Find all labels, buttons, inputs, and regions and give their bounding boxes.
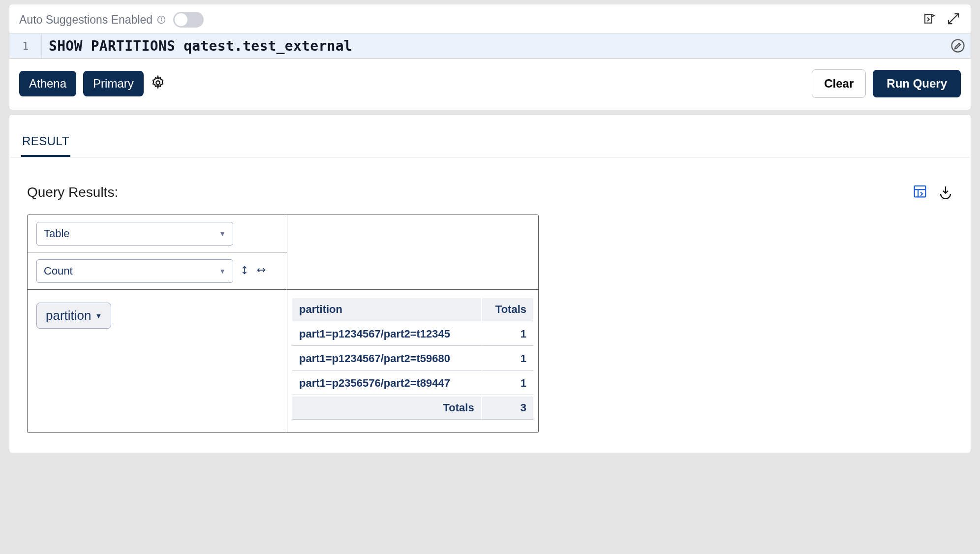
cell-count: 1 <box>482 323 533 346</box>
edit-query-icon[interactable] <box>945 33 971 58</box>
groupby-chip-label: partition <box>46 308 92 323</box>
pivot-view-icon[interactable] <box>913 184 927 201</box>
svg-point-4 <box>156 81 160 85</box>
agg-select[interactable]: Count ▼ <box>36 259 233 283</box>
cell-count: 1 <box>482 372 533 395</box>
settings-icon[interactable] <box>151 75 165 92</box>
view-select-value: Table <box>44 227 70 240</box>
svg-rect-5 <box>915 186 926 197</box>
pivot-columns-dropzone[interactable] <box>287 215 538 290</box>
tab-result[interactable]: RESULT <box>21 127 70 157</box>
code-editor[interactable]: 1 SHOW PARTITIONS qatest.test_external <box>9 33 971 59</box>
chevron-down-icon: ▼ <box>219 230 226 238</box>
pivot-right: partition Totals part1=p1234567/part2=t1… <box>287 215 538 432</box>
results-header: Query Results: <box>27 184 953 201</box>
svg-point-3 <box>952 40 964 52</box>
footer-total: 3 <box>482 397 533 420</box>
open-editor-icon[interactable] <box>922 11 937 28</box>
footer-label: Totals <box>292 397 482 420</box>
query-panel: Auto Suggestions Enabled 1 SHOW PARTITIO… <box>9 4 971 110</box>
chevron-down-icon: ▼ <box>219 267 226 275</box>
line-number: 1 <box>9 33 42 58</box>
results-table: partition Totals part1=p1234567/part2=t1… <box>292 297 533 421</box>
vertical-swap-icon[interactable] <box>239 265 250 277</box>
info-icon[interactable] <box>156 15 166 25</box>
results-action-icons <box>913 184 953 201</box>
view-select-row: Table ▼ <box>28 215 287 252</box>
results-panel: RESULT Query Results: Table ▼ <box>9 114 971 453</box>
cell-partition: part1=p2356576/part2=t89447 <box>292 372 482 395</box>
workgroup-chip[interactable]: Primary <box>83 71 144 96</box>
col-totals[interactable]: Totals <box>482 298 533 321</box>
horizontal-swap-icon[interactable] <box>256 265 267 277</box>
pivot-config-left: Table ▼ Count ▼ <box>28 215 287 432</box>
col-partition[interactable]: partition <box>292 298 482 321</box>
editor-action-icons <box>922 11 961 28</box>
table-row: part1=p2356576/part2=t89447 1 <box>292 372 533 395</box>
groupby-row: partition ▼ <box>28 290 287 432</box>
groupby-chip[interactable]: partition ▼ <box>36 303 111 329</box>
table-footer-row: Totals 3 <box>292 397 533 420</box>
pivot-data: partition Totals part1=p1234567/part2=t1… <box>287 290 538 432</box>
auto-suggestions-toggle[interactable] <box>173 12 204 28</box>
download-icon[interactable] <box>938 184 953 201</box>
controls-row: Athena Primary Clear Run Query <box>19 69 961 98</box>
results-title: Query Results: <box>27 185 118 200</box>
cell-partition: part1=p1234567/part2=t12345 <box>292 323 482 346</box>
engine-chip[interactable]: Athena <box>19 71 76 96</box>
result-tabs: RESULT <box>10 126 970 157</box>
table-header-row: partition Totals <box>292 298 533 321</box>
run-query-button[interactable]: Run Query <box>873 70 961 97</box>
table-row: part1=p1234567/part2=t12345 1 <box>292 323 533 346</box>
results-wrap: Query Results: Table ▼ <box>10 157 970 433</box>
cell-partition: part1=p1234567/part2=t59680 <box>292 347 482 370</box>
clear-button[interactable]: Clear <box>812 69 866 98</box>
view-select[interactable]: Table ▼ <box>36 222 233 246</box>
auto-suggestions-row: Auto Suggestions Enabled <box>19 11 961 28</box>
svg-point-2 <box>161 18 161 18</box>
auto-suggestions-label: Auto Suggestions Enabled <box>19 13 153 27</box>
pivot-container: Table ▼ Count ▼ <box>27 215 539 433</box>
cell-count: 1 <box>482 347 533 370</box>
agg-select-row: Count ▼ <box>28 252 287 290</box>
expand-icon[interactable] <box>946 11 961 28</box>
query-text[interactable]: SHOW PARTITIONS qatest.test_external <box>42 33 945 58</box>
agg-select-value: Count <box>44 265 73 277</box>
triangle-down-icon: ▼ <box>95 312 102 320</box>
table-row: part1=p1234567/part2=t59680 1 <box>292 347 533 370</box>
